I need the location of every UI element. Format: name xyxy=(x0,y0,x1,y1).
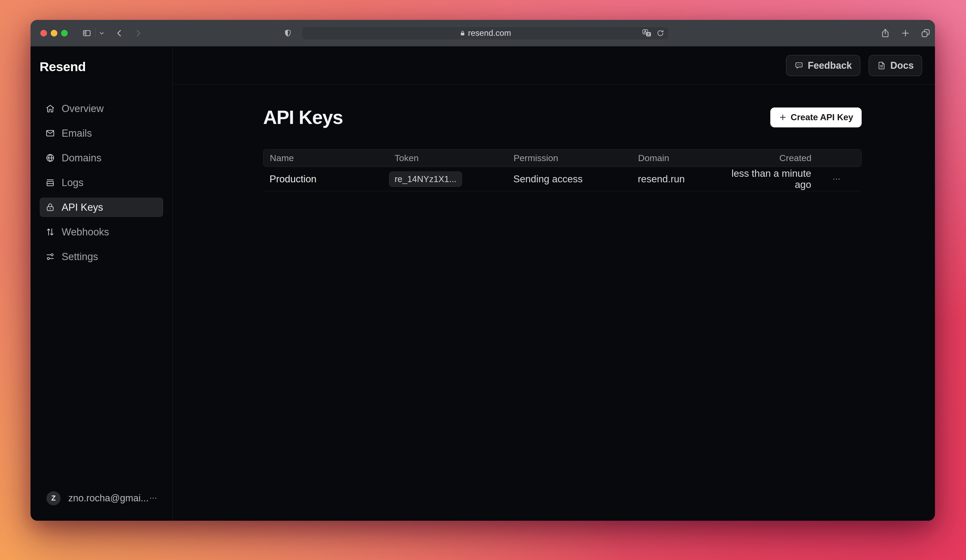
chevron-down-icon[interactable] xyxy=(99,30,105,36)
lock-icon xyxy=(45,203,55,212)
tab-overview-icon[interactable] xyxy=(921,28,930,38)
page-title: API Keys xyxy=(263,106,343,128)
main-top-bar: Feedback Docs xyxy=(172,47,935,85)
column-header-domain: Domain xyxy=(632,153,717,163)
avatar: Z xyxy=(46,491,61,505)
column-header-permission: Permission xyxy=(507,153,632,163)
home-icon xyxy=(45,104,55,113)
browser-window: resend.com xyxy=(31,20,935,521)
sliders-icon xyxy=(45,252,55,261)
translate-icon[interactable] xyxy=(642,29,652,38)
feedback-bubble-icon xyxy=(795,61,803,70)
close-window-button[interactable] xyxy=(40,30,47,36)
privacy-shield-icon[interactable] xyxy=(283,29,292,38)
docs-file-icon xyxy=(877,61,886,70)
sidebar-item-logs[interactable]: Logs xyxy=(40,173,163,192)
resend-app: Resend Overview Emails xyxy=(31,47,935,521)
user-email: zno.rocha@gmai... xyxy=(68,493,149,504)
feedback-button[interactable]: Feedback xyxy=(786,55,860,76)
zoom-window-button[interactable] xyxy=(61,30,68,36)
url-text: resend.com xyxy=(468,28,511,38)
api-key-token-chip[interactable]: re_14NYz1X1... xyxy=(389,172,462,187)
back-button[interactable] xyxy=(115,28,124,38)
user-account-row[interactable]: Z zno.rocha@gmai... xyxy=(31,490,172,506)
column-header-token: Token xyxy=(388,153,507,163)
api-key-created: less than a minute ago xyxy=(716,168,811,190)
minimize-window-button[interactable] xyxy=(51,30,58,36)
row-menu-ellipsis-icon[interactable] xyxy=(831,174,841,184)
sidebar-nav: Overview Emails Domains xyxy=(31,99,172,266)
mail-icon xyxy=(45,128,55,138)
new-tab-icon[interactable] xyxy=(901,28,910,38)
api-key-permission: Sending access xyxy=(507,174,631,185)
sidebar-item-label: Emails xyxy=(62,128,92,139)
sidebar-item-label: Settings xyxy=(62,251,98,262)
column-header-created: Created xyxy=(717,153,812,163)
arrows-up-down-icon xyxy=(45,227,55,237)
main-area: Feedback Docs API Keys Create API Key xyxy=(172,47,935,521)
lock-icon xyxy=(460,30,465,36)
address-bar[interactable]: resend.com xyxy=(302,26,669,40)
sidebar: Resend Overview Emails xyxy=(31,47,172,521)
globe-icon xyxy=(45,153,55,163)
forward-button[interactable] xyxy=(133,28,143,38)
sidebar-toggle-icon[interactable] xyxy=(82,29,92,38)
sidebar-item-webhooks[interactable]: Webhooks xyxy=(40,223,163,242)
user-menu-ellipsis-icon[interactable] xyxy=(149,494,158,503)
sidebar-item-label: Logs xyxy=(62,177,84,188)
sidebar-item-overview[interactable]: Overview xyxy=(40,99,163,118)
api-key-domain: resend.run xyxy=(631,174,716,185)
sidebar-item-label: Overview xyxy=(62,103,104,115)
sidebar-item-domains[interactable]: Domains xyxy=(40,148,163,167)
sidebar-item-settings[interactable]: Settings xyxy=(40,247,163,266)
sidebar-item-api-keys[interactable]: API Keys xyxy=(40,198,163,217)
resend-logo: Resend xyxy=(39,59,172,74)
rows-icon xyxy=(45,178,55,187)
sidebar-item-label: Domains xyxy=(62,152,102,164)
api-key-name: Production xyxy=(263,174,388,185)
sidebar-item-emails[interactable]: Emails xyxy=(40,124,163,143)
create-api-key-label: Create API Key xyxy=(791,112,853,122)
sidebar-item-label: API Keys xyxy=(62,202,103,213)
browser-titlebar: resend.com xyxy=(31,20,935,46)
table-row: Production re_14NYz1X1... Sending access… xyxy=(263,167,862,192)
docs-label: Docs xyxy=(890,60,914,71)
column-header-name: Name xyxy=(263,153,388,163)
page-content: API Keys Create API Key Name Token Permi… xyxy=(172,106,935,192)
api-keys-table: Name Token Permission Domain Created Pro… xyxy=(263,149,862,192)
reload-icon[interactable] xyxy=(656,29,664,37)
create-api-key-button[interactable]: Create API Key xyxy=(770,108,862,128)
docs-button[interactable]: Docs xyxy=(869,55,922,76)
feedback-label: Feedback xyxy=(808,60,852,71)
table-header: Name Token Permission Domain Created xyxy=(263,149,862,167)
sidebar-item-label: Webhooks xyxy=(62,226,109,238)
plus-icon xyxy=(779,113,787,121)
share-icon[interactable] xyxy=(881,28,890,38)
